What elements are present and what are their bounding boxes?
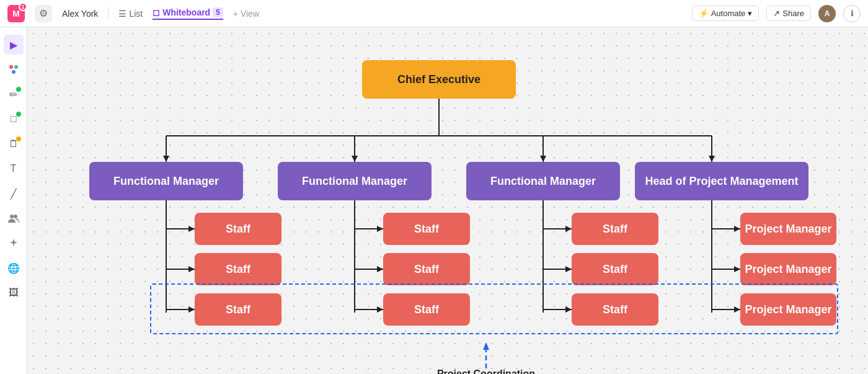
svg-marker-24: [377, 226, 383, 232]
image-tool[interactable]: 🖼: [4, 283, 24, 303]
info-button[interactable]: ℹ: [843, 5, 861, 22]
staff-1-1-node[interactable]: Staff: [195, 213, 281, 245]
functional-manager-3-node[interactable]: Functional Manager: [466, 162, 620, 200]
divider: [108, 7, 108, 20]
svg-point-0: [9, 65, 13, 69]
cursor-tool[interactable]: ▶: [4, 35, 24, 55]
canvas[interactable]: Chief Executive Functional Manager Funct…: [27, 27, 868, 374]
functional-manager-2-node[interactable]: Functional Manager: [278, 162, 432, 200]
head-pm-node[interactable]: Head of Project Management: [635, 162, 808, 200]
share-icon: ↗: [773, 9, 780, 18]
topbar-right: ⚡ Automate ▾ ↗ Share A ℹ: [692, 5, 861, 22]
automate-chevron: ▾: [748, 9, 752, 18]
globe-tool[interactable]: 🌐: [4, 258, 24, 278]
svg-marker-13: [540, 156, 546, 162]
add-view-button[interactable]: + View: [233, 9, 259, 19]
note-tool-dot: [16, 136, 21, 141]
svg-marker-40: [734, 266, 740, 272]
chief-executive-node[interactable]: Chief Executive: [362, 60, 516, 99]
staff-2-2-node[interactable]: Staff: [383, 253, 470, 285]
nav-whiteboard[interactable]: ◻ Whiteboard 5: [153, 7, 223, 20]
svg-marker-14: [709, 156, 715, 162]
share-button[interactable]: ↗ Share: [766, 6, 811, 21]
shape-tool[interactable]: □: [4, 109, 24, 129]
automate-button[interactable]: ⚡ Automate ▾: [692, 6, 760, 21]
settings-icon[interactable]: ⚙: [35, 5, 52, 22]
svg-point-3: [10, 215, 14, 218]
pm-1-node[interactable]: Project Manager: [740, 213, 836, 245]
project-coordination-box: [150, 283, 838, 334]
staff-1-2-node[interactable]: Staff: [195, 253, 281, 285]
user-avatar[interactable]: A: [818, 5, 836, 22]
pen-tool[interactable]: ✏: [4, 84, 24, 104]
functional-manager-1-node[interactable]: Functional Manager: [89, 162, 243, 200]
svg-point-1: [14, 65, 18, 69]
note-tool[interactable]: 🗒: [4, 134, 24, 154]
shape-tool-dot: [16, 112, 21, 117]
topbar: M 1 ⚙ Alex York ☰ List ◻ Whiteboard 5 + …: [0, 0, 868, 27]
nav-list[interactable]: ☰ List: [118, 9, 143, 19]
sidebar: ▶ ✏ □ 🗒 T ╱ 🌐 🖼: [0, 27, 27, 374]
svg-marker-11: [163, 156, 169, 162]
line-tool[interactable]: ╱: [4, 184, 24, 203]
app-logo[interactable]: M 1: [7, 5, 25, 22]
pen-tool-dot: [16, 87, 21, 92]
svg-point-4: [14, 215, 17, 218]
svg-marker-44: [483, 342, 489, 350]
staff-3-1-node[interactable]: Staff: [572, 213, 658, 245]
pm-2-node[interactable]: Project Manager: [740, 253, 836, 285]
svg-marker-17: [188, 226, 195, 232]
svg-marker-33: [565, 266, 572, 272]
staff-3-2-node[interactable]: Staff: [572, 253, 658, 285]
people-tool[interactable]: [4, 208, 24, 228]
staff-2-1-node[interactable]: Staff: [383, 213, 470, 245]
sparkle-tool[interactable]: [4, 233, 24, 253]
paint-tool[interactable]: [4, 60, 24, 79]
text-tool[interactable]: T: [4, 159, 24, 179]
svg-marker-19: [188, 266, 195, 272]
svg-marker-38: [734, 226, 740, 232]
svg-marker-12: [352, 156, 358, 162]
automate-icon: ⚡: [699, 9, 709, 18]
svg-marker-31: [565, 226, 572, 232]
notification-badge: 1: [19, 2, 27, 11]
svg-marker-26: [377, 266, 383, 272]
user-name: Alex York: [62, 9, 98, 19]
project-coordination-label: Project Coordination: [412, 368, 560, 374]
svg-point-2: [12, 70, 16, 74]
